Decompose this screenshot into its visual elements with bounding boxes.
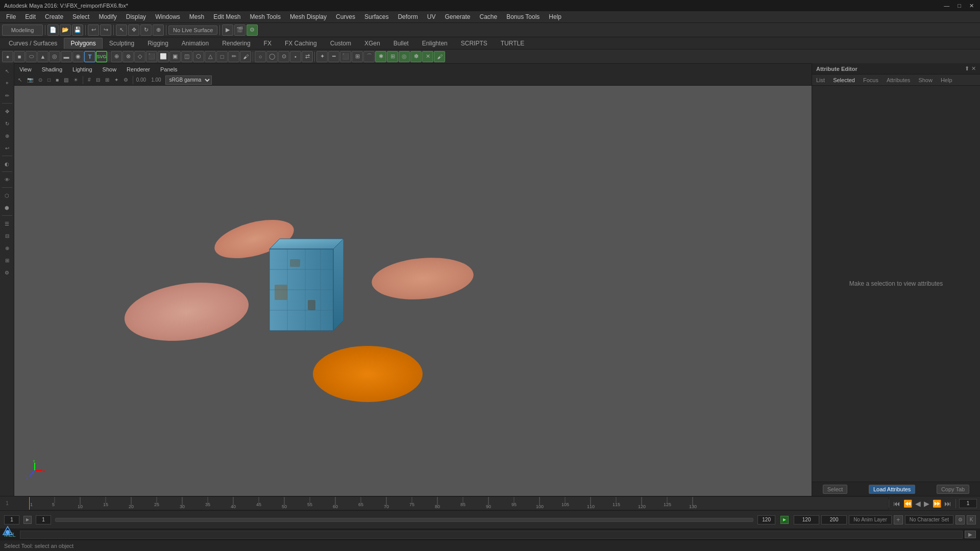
channel-box-btn[interactable]: ⊟ <box>2 230 13 241</box>
tab-sculpting[interactable]: Sculpting <box>103 38 141 49</box>
sculpt-btn[interactable]: 🖌 <box>240 51 251 62</box>
range-end-input[interactable] <box>821 515 847 524</box>
mirror-btn[interactable]: ◫ <box>181 51 192 62</box>
extrude-btn[interactable]: ⬛ <box>146 51 157 62</box>
loop-select-btn[interactable]: ○ <box>255 51 266 62</box>
plane-tool-btn[interactable]: ▬ <box>61 51 72 62</box>
cone-tool-btn[interactable]: ▲ <box>37 51 48 62</box>
lasso-btn[interactable]: ⌖ <box>2 78 13 89</box>
menu-mesh-tools[interactable]: Mesh Tools <box>246 12 285 21</box>
triangulate-btn[interactable]: △ <box>205 51 216 62</box>
attr-tab-show[interactable]: Show <box>916 76 935 84</box>
range-start-input[interactable] <box>794 515 819 524</box>
menu-windows[interactable]: Windows <box>151 12 184 21</box>
ellipse-left[interactable] <box>121 275 253 348</box>
view-menu[interactable]: View <box>16 65 35 73</box>
svg-btn[interactable]: SVG <box>96 51 107 62</box>
panel-float-btn[interactable]: ⬆ <box>965 65 969 72</box>
shading-menu[interactable]: Shading <box>39 65 65 73</box>
scale-btn[interactable]: ⊕ <box>2 130 13 141</box>
menu-modify[interactable]: Modify <box>94 12 120 21</box>
tab-animation[interactable]: Animation <box>175 38 215 49</box>
menu-help[interactable]: Help <box>545 12 566 21</box>
cluster-btn[interactable]: ✽ <box>410 51 422 62</box>
renderer-menu[interactable]: Renderer <box>124 65 153 73</box>
blue-cube[interactable] <box>259 218 344 336</box>
tab-scripts[interactable]: SCRIPTS <box>454 38 494 49</box>
close-button[interactable]: ✕ <box>967 3 976 9</box>
last-tool-btn[interactable]: ↩ <box>2 142 13 154</box>
no-live-surface-btn[interactable]: No Live Surface <box>168 26 217 35</box>
play-forward-btn[interactable]: ▶ <box>923 499 930 508</box>
viewport-3d[interactable]: X Y Z <box>14 86 812 496</box>
attr-tab-selected[interactable]: Selected <box>831 76 857 84</box>
ipr-btn[interactable]: 🎬 <box>234 24 246 36</box>
vp-light-btn[interactable]: ☀ <box>72 77 80 83</box>
tab-polygons[interactable]: Polygons <box>64 38 102 49</box>
paint-weights-btn[interactable]: 🖌 <box>434 51 445 62</box>
paint-btn[interactable]: ✏ <box>228 51 239 62</box>
snap-curve-btn[interactable]: ⌒ <box>363 51 375 62</box>
tab-turtle[interactable]: TURTLE <box>494 38 531 49</box>
menu-edit-mesh[interactable]: Edit Mesh <box>209 12 244 21</box>
cube-tool-btn[interactable]: ■ <box>14 51 25 62</box>
tab-custom[interactable]: Custom <box>324 38 358 49</box>
tab-fx-caching[interactable]: FX Caching <box>278 38 324 49</box>
tab-curves-surfaces[interactable]: Curves / Surfaces <box>2 38 64 49</box>
undo-btn[interactable]: ↩ <box>88 24 99 36</box>
minimize-button[interactable]: — <box>942 3 951 9</box>
tab-enlighten[interactable]: Enlighten <box>415 38 454 49</box>
vp-camera-btn[interactable]: 📷 <box>26 77 35 83</box>
delete-deformer-btn[interactable]: ✕ <box>422 51 433 62</box>
select-btn[interactable]: Select <box>823 485 848 494</box>
attr-tab-focus[interactable]: Focus <box>861 76 880 84</box>
smooth-btn[interactable]: ⬡ <box>193 51 204 62</box>
menu-curves[interactable]: Curves <box>332 12 359 21</box>
mel-run-btn[interactable]: ▶ <box>965 531 976 538</box>
save-btn[interactable]: 💾 <box>72 24 83 36</box>
auto-key-btn[interactable]: K <box>967 515 976 524</box>
anim-layer-display[interactable]: No Anim Layer <box>849 515 892 524</box>
modeling-dropdown[interactable]: Modeling <box>2 24 43 36</box>
step-back-btn[interactable]: ⏪ <box>902 499 913 508</box>
color-space-select[interactable]: sRGB gamma <box>165 76 212 85</box>
layer-editor-btn[interactable]: ⊕ <box>2 242 13 254</box>
move-tool-btn[interactable]: ✥ <box>128 24 139 36</box>
new-scene-btn[interactable]: 📄 <box>47 24 59 36</box>
jump-start-btn[interactable]: ⏮ <box>892 499 901 508</box>
shrink-select-btn[interactable]: • <box>290 51 301 62</box>
bridge-btn[interactable]: ⬜ <box>158 51 169 62</box>
ellipse-right[interactable] <box>370 254 475 303</box>
disk-btn[interactable]: ◉ <box>72 51 84 62</box>
ellipse-bottom[interactable] <box>313 346 423 402</box>
copy-tab-btn[interactable]: Copy Tab <box>937 485 969 494</box>
render-settings-btn[interactable]: ⚙ <box>247 24 258 36</box>
tab-bullet[interactable]: Bullet <box>387 38 415 49</box>
range-slider[interactable] <box>55 518 753 522</box>
vp-hud-btn[interactable]: ⊟ <box>94 77 102 83</box>
quad-btn[interactable]: □ <box>216 51 228 62</box>
torus-tool-btn[interactable]: ◎ <box>49 51 60 62</box>
fill-hole-btn[interactable]: ▣ <box>169 51 181 62</box>
frame-start-input[interactable] <box>4 515 19 524</box>
snap-surface-btn[interactable]: ⬡ <box>2 190 13 201</box>
tool-settings-btn[interactable]: ⚙ <box>2 267 13 278</box>
attr-tab-list[interactable]: List <box>814 76 827 84</box>
bevel-btn[interactable]: ◇ <box>134 51 145 62</box>
vp-wireframe-btn[interactable]: □ <box>46 77 52 83</box>
mel-input[interactable] <box>20 531 963 539</box>
view-btn[interactable]: 👁 <box>2 174 13 185</box>
paint-sel-btn[interactable]: ✏ <box>2 90 13 101</box>
menu-bonus-tools[interactable]: Bonus Tools <box>502 12 544 21</box>
menu-surfaces[interactable]: Surfaces <box>360 12 393 21</box>
tab-rendering[interactable]: Rendering <box>215 38 257 49</box>
show-menu[interactable]: Show <box>100 65 120 73</box>
text-btn[interactable]: T <box>84 51 95 62</box>
current-frame-input[interactable] <box>959 499 977 508</box>
wrap-btn[interactable]: ◎ <box>399 51 410 62</box>
lattice-btn[interactable]: ⊞ <box>387 51 398 62</box>
jump-end-btn[interactable]: ⏭ <box>943 499 952 508</box>
frame-end-input[interactable] <box>757 515 775 524</box>
character-set-display[interactable]: No Character Set <box>905 515 953 524</box>
combine-btn[interactable]: ⊕ <box>111 51 122 62</box>
